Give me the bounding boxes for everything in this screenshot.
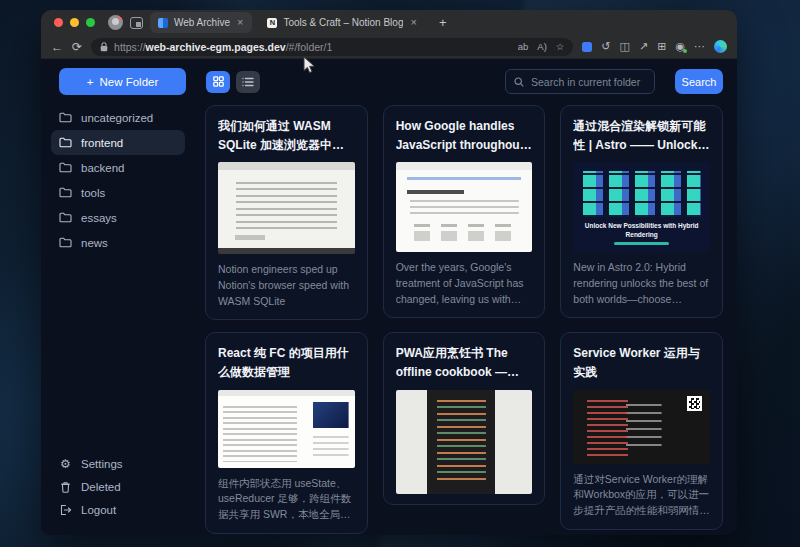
browser-toolbar: ← ⟳ https://web-archive-egm.pages.dev/#/… — [41, 35, 737, 59]
zoom-window-button[interactable] — [86, 18, 95, 27]
article-card[interactable]: 我们如何通过 WASM SQLite 加速浏览器中的 Notion ——… No… — [205, 105, 368, 320]
close-tab-icon[interactable]: × — [236, 17, 244, 28]
folder-icon — [59, 237, 72, 248]
article-card[interactable]: How Google handles JavaScript throughout… — [383, 105, 546, 318]
view-toggles — [206, 71, 260, 93]
web-archive-app: + New Folder Search — [41, 59, 737, 535]
card-description: 通过对Service Worker的理解和Workbox的应用，可以进一步提升产… — [573, 472, 710, 519]
close-window-button[interactable] — [54, 18, 63, 27]
card-description: 组件内部状态用 useState、useReducer 足够，跨组件数据共享用 … — [218, 476, 355, 523]
folder-icon — [59, 112, 72, 123]
minimize-window-button[interactable] — [70, 18, 79, 27]
read-aloud-icon[interactable]: A) — [537, 41, 547, 52]
profile-avatar[interactable] — [108, 15, 123, 30]
more-menu-icon[interactable]: ⋯ — [694, 40, 705, 53]
address-bar[interactable]: https://web-archive-egm.pages.dev/#/fold… — [91, 38, 573, 56]
toolbar-extensions: ↺ ◫ ↗ ⊞ ◉ ⋯ — [582, 40, 727, 53]
card-description: Notion engineers sped up Notion's browse… — [218, 262, 355, 309]
search-input[interactable] — [531, 76, 646, 88]
sidebar-item-uncategorized[interactable]: uncategorized — [51, 105, 185, 130]
folder-icon — [59, 212, 72, 223]
card-grid: 我们如何通过 WASM SQLite 加速浏览器中的 Notion ——… No… — [205, 105, 723, 534]
article-card[interactable]: PWA应用烹饪书 The offline cookbook —… — [383, 332, 546, 504]
qr-code — [687, 396, 702, 411]
article-card[interactable]: Service Worker 运用与实践 通过对Service Worker的理… — [560, 332, 723, 529]
search-box — [505, 69, 655, 94]
search-icon — [514, 77, 524, 87]
trash-icon — [59, 481, 72, 493]
tab-web-archive[interactable]: Web Archive × — [150, 12, 252, 33]
history-icon[interactable]: ↺ — [601, 40, 610, 53]
tab-strip: Web Archive × N Tools & Craft – Notion B… — [41, 10, 737, 35]
new-folder-button[interactable]: + New Folder — [59, 68, 186, 95]
card-title: Service Worker 运用与实践 — [573, 344, 710, 381]
sidebar: uncategorized frontend backend tools ess… — [41, 101, 193, 535]
card-title: PWA应用烹饪书 The offline cookbook —… — [396, 344, 533, 381]
folder-open-icon — [59, 137, 72, 148]
card-title: How Google handles JavaScript throughout… — [396, 117, 533, 154]
gear-icon: ⚙ — [59, 458, 72, 470]
workspaces-icon[interactable] — [582, 42, 592, 52]
lock-icon[interactable] — [100, 42, 108, 52]
grid-view-button[interactable] — [206, 71, 230, 93]
card-thumbnail: Unlock New Possibilities with Hybrid Ren… — [573, 162, 710, 252]
search-button[interactable]: Search — [675, 69, 723, 94]
tab-title: Tools & Craft – Notion Blog — [283, 17, 403, 28]
window-controls[interactable] — [54, 18, 95, 27]
favorite-star-icon[interactable]: ☆ — [556, 41, 565, 52]
plus-icon: + — [87, 76, 94, 88]
browser-window: Web Archive × N Tools & Craft – Notion B… — [41, 10, 737, 535]
back-icon[interactable]: ← — [51, 41, 63, 53]
card-title: 我们如何通过 WASM SQLite 加速浏览器中的 Notion ——… — [218, 117, 355, 154]
sidebar-item-news[interactable]: news — [51, 230, 185, 255]
new-tab-button[interactable]: + — [433, 15, 453, 30]
url-text: https://web-archive-egm.pages.dev/#/fold… — [114, 41, 512, 53]
close-tab-icon[interactable]: × — [409, 17, 417, 28]
folder-content: 我们如何通过 WASM SQLite 加速浏览器中的 Notion ——… No… — [193, 101, 737, 535]
sidebar-item-backend[interactable]: backend — [51, 155, 185, 180]
card-thumbnail — [573, 390, 710, 464]
card-thumbnail — [396, 162, 533, 252]
notion-favicon: N — [267, 18, 277, 28]
tab-actions-icon[interactable] — [130, 17, 143, 29]
tab-title: Web Archive — [174, 17, 230, 28]
browser-essentials-icon[interactable]: ◉ — [675, 40, 685, 53]
sidebar-footer: ⚙ Settings Deleted Logout — [51, 452, 185, 521]
sidebar-item-essays[interactable]: essays — [51, 205, 185, 230]
card-thumbnail — [218, 162, 355, 254]
logout-icon — [59, 504, 72, 516]
app-header: + New Folder Search — [41, 59, 737, 101]
article-card[interactable]: React 纯 FC 的项目用什么做数据管理 组件内部状态用 useState、… — [205, 332, 368, 533]
sidebar-item-tools[interactable]: tools — [51, 180, 185, 205]
card-description: New in Astro 2.0: Hybrid rendering unloc… — [573, 260, 710, 307]
thumbnail-caption: Unlock New Possibilities with Hybrid Ren… — [579, 222, 705, 240]
split-screen-icon[interactable]: ◫ — [620, 40, 630, 53]
folder-icon — [59, 162, 72, 173]
card-thumbnail — [396, 390, 533, 494]
card-thumbnail — [218, 390, 355, 468]
collections-icon[interactable]: ⊞ — [657, 40, 666, 53]
tab-notion-blog[interactable]: N Tools & Craft – Notion Blog × — [259, 12, 426, 33]
card-title: 通过混合渲染解锁新可能性 | Astro —— Unlock New… — [573, 117, 710, 154]
card-description: Over the years, Google's treatment of Ja… — [396, 260, 533, 307]
folder-icon — [59, 187, 72, 198]
card-title: React 纯 FC 的项目用什么做数据管理 — [218, 344, 355, 381]
thumbnail-link-line — [614, 242, 669, 245]
article-card[interactable]: 通过混合渲染解锁新可能性 | Astro —— Unlock New… Unlo… — [560, 105, 723, 318]
refresh-icon[interactable]: ⟳ — [72, 41, 82, 53]
sidebar-item-deleted[interactable]: Deleted — [51, 475, 185, 498]
copilot-icon[interactable] — [714, 40, 727, 53]
list-view-button[interactable] — [236, 71, 260, 93]
send-to-icon[interactable]: ↗ — [639, 40, 648, 53]
sidebar-item-logout[interactable]: Logout — [51, 498, 185, 521]
sidebar-item-frontend[interactable]: frontend — [51, 130, 185, 155]
sidebar-item-settings[interactable]: ⚙ Settings — [51, 452, 185, 475]
translate-icon[interactable]: ab — [518, 41, 529, 52]
web-archive-favicon — [158, 18, 168, 28]
